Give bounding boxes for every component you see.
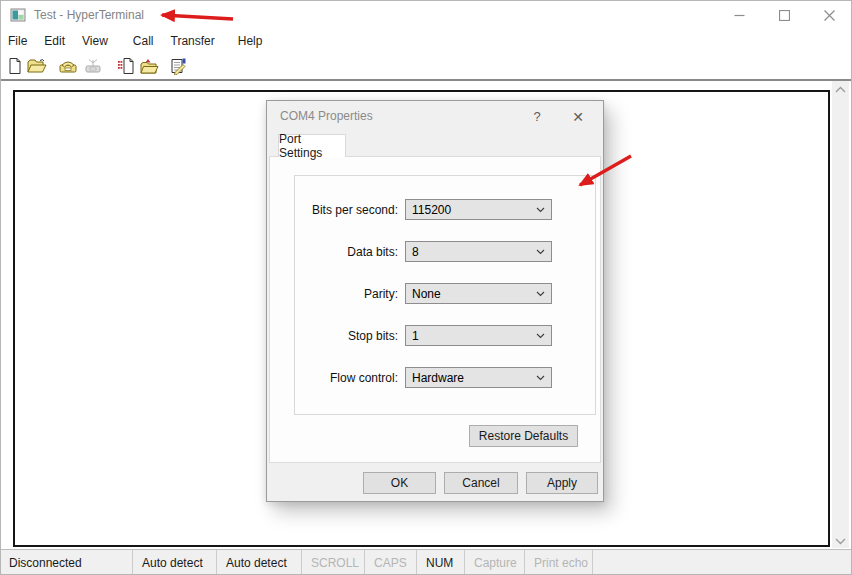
status-caps: CAPS <box>365 550 417 575</box>
field-flow-control: Flow control: Hardware <box>307 367 552 388</box>
flow-control-select[interactable]: Hardware <box>405 367 552 388</box>
menu-edit[interactable]: Edit <box>44 32 74 50</box>
menu-bar: File Edit View Call Transfer Help <box>0 30 852 52</box>
chevron-down-icon <box>536 291 545 297</box>
ok-button[interactable]: OK <box>363 472 436 494</box>
status-scroll: SCROLL <box>302 550 365 575</box>
disconnect-phone-icon[interactable] <box>82 55 104 77</box>
data-bits-select[interactable]: 8 <box>405 241 552 262</box>
window-title: Test - HyperTerminal <box>34 8 144 22</box>
parity-label: Parity: <box>307 287 398 301</box>
new-document-icon[interactable] <box>4 55 26 77</box>
status-num: NUM <box>417 550 465 575</box>
connect-phone-icon[interactable] <box>57 55 79 77</box>
toolbar <box>0 52 852 81</box>
menu-help[interactable]: Help <box>238 32 272 50</box>
vertical-scrollbar[interactable] <box>832 81 849 548</box>
bits-per-second-label: Bits per second: <box>307 203 398 217</box>
dialog-close-button[interactable]: ✕ <box>561 101 595 132</box>
chevron-down-icon <box>536 249 545 255</box>
status-capture: Capture <box>465 550 525 575</box>
chevron-down-icon <box>536 333 545 339</box>
properties-icon[interactable] <box>168 55 190 77</box>
field-bits-per-second: Bits per second: 115200 <box>307 199 552 220</box>
scroll-up-icon[interactable] <box>835 86 846 94</box>
chevron-down-icon <box>536 207 545 213</box>
stop-bits-label: Stop bits: <box>307 329 398 343</box>
open-folder-icon[interactable] <box>26 55 48 77</box>
status-connection: Disconnected <box>0 550 133 575</box>
receive-folder-icon[interactable] <box>138 55 160 77</box>
send-file-icon[interactable] <box>116 55 138 77</box>
field-parity: Parity: None <box>307 283 552 304</box>
flow-control-value: Hardware <box>412 371 536 385</box>
maximize-icon <box>779 10 790 21</box>
com4-properties-dialog: COM4 Properties ? ✕ Port Settings Bits p… <box>266 100 604 502</box>
maximize-button[interactable] <box>762 0 807 30</box>
bits-per-second-value: 115200 <box>412 203 536 217</box>
scroll-down-icon[interactable] <box>835 537 846 545</box>
flow-control-label: Flow control: <box>307 371 398 385</box>
restore-defaults-button[interactable]: Restore Defaults <box>469 425 578 447</box>
menu-view[interactable]: View <box>82 32 117 50</box>
stop-bits-value: 1 <box>412 329 536 343</box>
hyperterminal-app-icon <box>10 7 26 23</box>
minimize-icon <box>734 10 745 21</box>
dialog-title: COM4 Properties <box>280 109 373 123</box>
status-filler <box>593 550 852 575</box>
close-button[interactable] <box>807 0 852 30</box>
stop-bits-select[interactable]: 1 <box>405 325 552 346</box>
status-bar: Disconnected Auto detect Auto detect SCR… <box>0 549 852 575</box>
tab-port-settings[interactable]: Port Settings <box>278 134 346 157</box>
chevron-down-icon <box>536 375 545 381</box>
cancel-button[interactable]: Cancel <box>444 472 518 494</box>
close-icon <box>824 10 835 21</box>
field-stop-bits: Stop bits: 1 <box>307 325 552 346</box>
minimize-button[interactable] <box>717 0 762 30</box>
parity-select[interactable]: None <box>405 283 552 304</box>
dialog-help-button[interactable]: ? <box>520 101 554 132</box>
window-titlebar: Test - HyperTerminal <box>0 0 852 30</box>
menu-call[interactable]: Call <box>133 32 163 50</box>
dialog-titlebar: COM4 Properties ? ✕ <box>267 101 603 132</box>
status-print-echo: Print echo <box>525 550 593 575</box>
data-bits-value: 8 <box>412 245 536 259</box>
bits-per-second-select[interactable]: 115200 <box>405 199 552 220</box>
menu-transfer[interactable]: Transfer <box>171 32 224 50</box>
menu-file[interactable]: File <box>8 32 36 50</box>
status-auto-detect-1: Auto detect <box>133 550 217 575</box>
apply-button[interactable]: Apply <box>526 472 598 494</box>
parity-value: None <box>412 287 536 301</box>
field-data-bits: Data bits: 8 <box>307 241 552 262</box>
status-auto-detect-2: Auto detect <box>217 550 302 575</box>
data-bits-label: Data bits: <box>307 245 398 259</box>
